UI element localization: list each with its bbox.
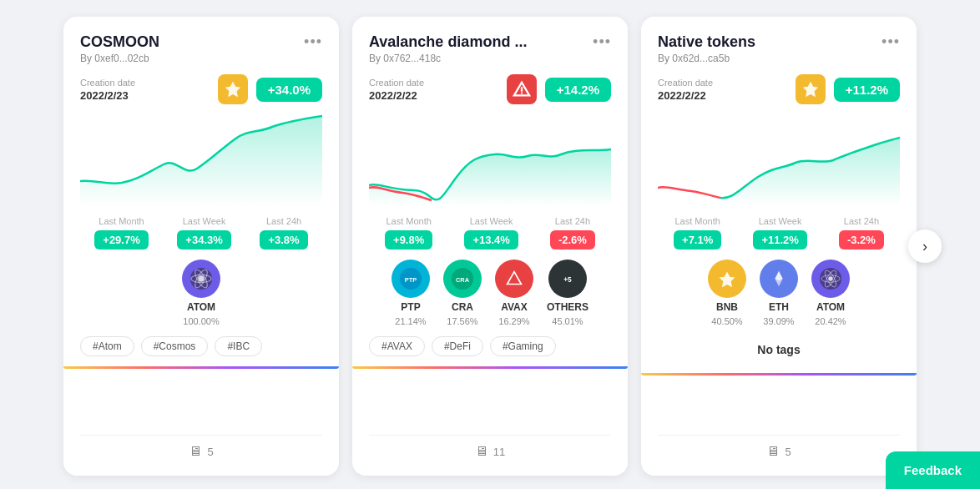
token-pct-atom-1: 100.00%: [183, 316, 219, 326]
token-icon-avax: [495, 260, 533, 298]
card-3-creation-label: Creation date: [658, 78, 713, 88]
cards-container: COSMOON By 0xef0...02cb ••• Creation dat…: [47, 0, 933, 489]
feedback-button[interactable]: Feedback: [886, 451, 980, 489]
card-2-rainbow-bar: [352, 366, 628, 369]
card-3-followers: 5: [785, 446, 791, 458]
stat-value-month-2: +9.8%: [385, 230, 432, 250]
stat-value-week-1: +34.3%: [177, 230, 230, 250]
token-name-cra: CRA: [452, 301, 473, 313]
stat-last-month-2: Last Month +9.8%: [385, 216, 432, 250]
card-2-menu[interactable]: •••: [593, 33, 611, 51]
tag-ibc[interactable]: #IBC: [215, 336, 262, 356]
stat-label-week-3: Last Week: [759, 216, 802, 226]
card-2-chart: [369, 114, 611, 206]
card-3-header: Native tokens By 0x62d...ca5b •••: [658, 33, 900, 64]
card-1-creation-info: Creation date 2022/2/23: [80, 78, 135, 102]
card-3: Native tokens By 0x62d...ca5b ••• Creati…: [641, 17, 917, 476]
token-atom-1: ATOM 100.00%: [182, 260, 220, 326]
svg-marker-17: [803, 82, 818, 97]
card-3-creation-row: Creation date 2022/2/22 +11.2%: [658, 74, 900, 104]
card-2-header: Avalanche diamond ... By 0x762...418c ••…: [369, 33, 611, 64]
card-2: Avalanche diamond ... By 0x762...418c ••…: [352, 17, 628, 476]
card-3-creation-date: 2022/2/22: [658, 89, 713, 102]
token-pct-cra: 17.56%: [447, 316, 477, 326]
card-2-subtitle: By 0x762...418c: [369, 53, 527, 64]
card-3-title: Native tokens: [658, 33, 755, 51]
card-1-creation-right: +34.0%: [218, 74, 322, 104]
token-icon-ptp: PTP: [391, 260, 430, 298]
token-icon-others: +5: [548, 260, 587, 298]
card-1-subtitle: By 0xef0...02cb: [80, 53, 159, 64]
tag-atom[interactable]: #Atom: [80, 336, 134, 356]
card-2-tokens: PTP PTP 21.14% CRA CRA 17.56%: [369, 260, 611, 326]
card-2-creation-info: Creation date 2022/2/22: [369, 78, 424, 102]
card-2-tags: #AVAX #DeFi #Gaming: [369, 336, 611, 356]
svg-text:+5: +5: [563, 275, 572, 284]
card-1: COSMOON By 0xef0...02cb ••• Creation dat…: [63, 17, 339, 476]
card-2-stats: Last Month +9.8% Last Week +13.4% Last 2…: [369, 216, 611, 250]
monitor-icon-2: 🖥: [475, 444, 488, 459]
card-2-followers: 11: [493, 446, 505, 458]
card-3-creation-right: +11.2%: [796, 74, 900, 104]
token-cra: CRA CRA 17.56%: [443, 260, 482, 326]
card-3-title-block: Native tokens By 0x62d...ca5b: [658, 33, 755, 64]
token-name-others: OTHERS: [547, 301, 589, 313]
card-1-chart: [80, 114, 322, 206]
token-icon-atom-1: [182, 260, 220, 298]
stat-label-week-2: Last Week: [470, 216, 513, 226]
monitor-icon-3: 🖥: [766, 444, 780, 459]
stat-last-24h-3: Last 24h -3.2%: [839, 216, 884, 250]
tag-cosmos[interactable]: #Cosmos: [141, 336, 209, 356]
card-3-creation-info: Creation date 2022/2/22: [658, 78, 713, 102]
token-icon-bnb: [708, 260, 746, 298]
stat-label-24h-1: Last 24h: [266, 216, 301, 226]
card-3-footer: 🖥 5: [658, 435, 900, 459]
stat-last-24h-2: Last 24h -2.6%: [550, 216, 595, 250]
card-2-creation-date: 2022/2/22: [369, 89, 424, 102]
card-3-stats: Last Month +7.1% Last Week +11.2% Last 2…: [658, 216, 900, 250]
token-name-bnb: BNB: [716, 301, 738, 313]
stat-last-24h-1: Last 24h +3.8%: [260, 216, 307, 250]
card-1-title-block: COSMOON By 0xef0...02cb: [80, 33, 159, 64]
token-icon-eth: [760, 260, 798, 298]
card-2-creation-right: +14.2%: [507, 74, 611, 104]
stat-last-month-1: Last Month +29.7%: [94, 216, 148, 250]
stat-label-24h-3: Last 24h: [844, 216, 879, 226]
tag-avax[interactable]: #AVAX: [369, 336, 425, 356]
token-pct-others: 45.01%: [552, 316, 583, 326]
svg-point-8: [521, 92, 523, 93]
token-others: +5 OTHERS 45.01%: [547, 260, 589, 326]
card-3-subtitle: By 0x62d...ca5b: [658, 53, 755, 64]
stat-last-week-1: Last Week +34.3%: [177, 216, 230, 250]
stat-label-week-1: Last Week: [183, 216, 226, 226]
token-pct-eth: 39.09%: [763, 316, 794, 326]
svg-point-2: [198, 275, 204, 281]
card-1-creation-date: 2022/2/23: [80, 89, 135, 102]
stat-label-month-3: Last Month: [674, 216, 720, 226]
stat-value-week-2: +13.4%: [464, 230, 518, 250]
stat-value-month-3: +7.1%: [674, 230, 721, 250]
stat-label-month-2: Last Month: [386, 216, 431, 226]
tag-defi[interactable]: #DeFi: [432, 336, 483, 356]
token-icon-cra: CRA: [443, 260, 482, 298]
stat-label-month-1: Last Month: [99, 216, 144, 226]
token-name-ptp: PTP: [401, 301, 420, 313]
card-1-chain-icon: [218, 74, 248, 104]
monitor-icon-1: 🖥: [189, 444, 202, 459]
tag-gaming[interactable]: #Gaming: [490, 336, 556, 356]
stat-value-24h-3: -3.2%: [839, 230, 884, 250]
card-1-stats: Last Month +29.7% Last Week +34.3% Last …: [80, 216, 322, 250]
card-3-menu[interactable]: •••: [881, 33, 900, 51]
card-3-rainbow-bar: [641, 373, 917, 376]
card-1-menu[interactable]: •••: [304, 33, 322, 51]
svg-text:PTP: PTP: [405, 276, 417, 284]
svg-point-24: [828, 276, 833, 281]
card-1-overall-percent: +34.0%: [256, 78, 322, 102]
stat-last-month-3: Last Month +7.1%: [674, 216, 721, 250]
stat-value-week-3: +11.2%: [753, 230, 806, 250]
card-3-tokens: BNB 40.50% ETH 39.09%: [658, 260, 900, 326]
svg-text:CRA: CRA: [456, 276, 470, 284]
nav-next-arrow[interactable]: ›: [908, 229, 942, 263]
card-2-title-block: Avalanche diamond ... By 0x762...418c: [369, 33, 527, 64]
stat-last-week-2: Last Week +13.4%: [464, 216, 518, 250]
